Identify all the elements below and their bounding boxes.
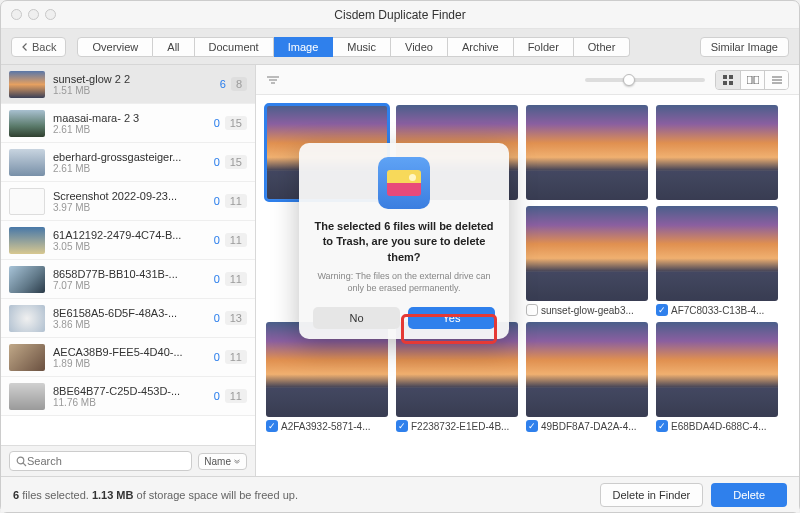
tab-archive[interactable]: Archive (448, 37, 514, 57)
thumbnail-card[interactable] (396, 105, 518, 200)
checkbox[interactable] (526, 304, 538, 316)
list-item-size: 7.07 MB (53, 280, 214, 291)
thumbnail-card[interactable]: ✓ AF7C8033-C13B-4... (656, 206, 778, 316)
thumbnail-size-slider[interactable] (585, 78, 705, 82)
list-item-counts: 0 11 (214, 350, 247, 364)
list-item-counts: 0 11 (214, 233, 247, 247)
thumbnail-card[interactable] (526, 105, 648, 200)
thumbnail-grid: sunset-glow-geab3... ✓ AF7C8033-C13B-4..… (256, 95, 799, 476)
card-image[interactable] (266, 105, 388, 200)
similar-image-button[interactable]: Similar Image (700, 37, 789, 57)
total-count: 11 (225, 389, 247, 403)
thumbnail-icon (9, 227, 45, 254)
list-item-size: 1.89 MB (53, 358, 214, 369)
main-panel: sunset-glow-geab3... ✓ AF7C8033-C13B-4..… (256, 65, 799, 476)
card-filename: 49BDF8A7-DA2A-4... (541, 421, 637, 432)
tab-video[interactable]: Video (391, 37, 448, 57)
search-input[interactable] (9, 451, 192, 471)
total-count: 11 (225, 350, 247, 364)
card-filename: F2238732-E1ED-4B... (411, 421, 509, 432)
thumbnail-card[interactable]: sunset-glow-geab3... (526, 206, 648, 316)
checkbox[interactable]: ✓ (526, 420, 538, 432)
tab-music[interactable]: Music (333, 37, 391, 57)
search-field[interactable] (27, 455, 185, 467)
card-image[interactable] (526, 206, 648, 301)
svg-rect-7 (723, 81, 727, 85)
compare-view-button[interactable] (740, 71, 764, 89)
sort-button[interactable]: Name (198, 453, 247, 470)
selected-count: 0 (214, 234, 220, 246)
list-item-name: sunset-glow 2 2 (53, 73, 220, 85)
total-count: 11 (225, 272, 247, 286)
card-image[interactable] (526, 322, 648, 417)
grid-view-button[interactable] (716, 71, 740, 89)
category-tabs: OverviewAllDocumentImageMusicVideoArchiv… (77, 37, 630, 57)
thumbnail-card[interactable]: ✓ E68BDA4D-688C-4... (656, 322, 778, 432)
list-item-size: 2.61 MB (53, 124, 214, 135)
thumbnail-icon (9, 149, 45, 176)
svg-point-0 (17, 457, 24, 464)
titlebar: Cisdem Duplicate Finder (1, 1, 799, 29)
list-item-name: 8BE64B77-C25D-453D-... (53, 385, 214, 397)
thumbnail-card[interactable]: ✓ F2238732-E1ED-4B... (396, 322, 518, 432)
list-view-button[interactable] (764, 71, 788, 89)
list-item-size: 11.76 MB (53, 397, 214, 408)
list-item[interactable]: sunset-glow 2 2 1.51 MB 6 8 (1, 65, 255, 104)
checkbox[interactable]: ✓ (656, 304, 668, 316)
thumbnail-card[interactable]: ✓ A2FA3932-5871-4... (266, 322, 388, 432)
list-item-info: 8658D77B-BB10-431B-... 7.07 MB (53, 268, 214, 291)
statusbar: 6 files selected. 1.13 MB of storage spa… (1, 476, 799, 512)
thumbnail-card[interactable] (656, 105, 778, 200)
card-image[interactable] (266, 322, 388, 417)
card-image[interactable] (656, 206, 778, 301)
thumbnail-card[interactable]: ✓ 49BDF8A7-DA2A-4... (526, 322, 648, 432)
tab-other[interactable]: Other (574, 37, 631, 57)
card-image[interactable] (526, 105, 648, 200)
card-caption: ✓ F2238732-E1ED-4B... (396, 420, 518, 432)
list-item-counts: 0 15 (214, 155, 247, 169)
list-item[interactable]: Screenshot 2022-09-23... 3.97 MB 0 11 (1, 182, 255, 221)
list-item-info: 8E6158A5-6D5F-48A3-... 3.86 MB (53, 307, 214, 330)
svg-rect-5 (723, 75, 727, 79)
filter-icon[interactable] (266, 75, 280, 85)
tab-document[interactable]: Document (195, 37, 274, 57)
thumbnail-card[interactable] (266, 105, 388, 200)
list-item-info: eberhard-grossgasteiger... 2.61 MB (53, 151, 214, 174)
card-image[interactable] (396, 105, 518, 200)
tab-all[interactable]: All (153, 37, 194, 57)
selected-count: 0 (214, 117, 220, 129)
list-item[interactable]: maasai-mara- 2 3 2.61 MB 0 15 (1, 104, 255, 143)
list-item[interactable]: eberhard-grossgasteiger... 2.61 MB 0 15 (1, 143, 255, 182)
checkbox[interactable]: ✓ (656, 420, 668, 432)
caret-down-icon (233, 459, 241, 464)
card-image[interactable] (656, 105, 778, 200)
card-caption: ✓ 49BDF8A7-DA2A-4... (526, 420, 648, 432)
card-image[interactable] (656, 322, 778, 417)
back-button[interactable]: Back (11, 37, 66, 57)
tab-overview[interactable]: Overview (77, 37, 153, 57)
slider-knob[interactable] (623, 74, 635, 86)
checkbox[interactable]: ✓ (266, 420, 278, 432)
list-item[interactable]: 8E6158A5-6D5F-48A3-... 3.86 MB 0 13 (1, 299, 255, 338)
tab-image[interactable]: Image (274, 37, 334, 57)
list-item-counts: 0 11 (214, 389, 247, 403)
list-item-name: maasai-mara- 2 3 (53, 112, 214, 124)
delete-button[interactable]: Delete (711, 483, 787, 507)
list-item[interactable]: 8658D77B-BB10-431B-... 7.07 MB 0 11 (1, 260, 255, 299)
checkbox[interactable]: ✓ (396, 420, 408, 432)
list-item[interactable]: 8BE64B77-C25D-453D-... 11.76 MB 0 11 (1, 377, 255, 416)
delete-in-finder-button[interactable]: Delete in Finder (600, 483, 704, 507)
tab-folder[interactable]: Folder (514, 37, 574, 57)
list-item[interactable]: 61A12192-2479-4C74-B... 3.05 MB 0 11 (1, 221, 255, 260)
list-item[interactable]: AECA38B9-FEE5-4D40-... 1.89 MB 0 11 (1, 338, 255, 377)
card-image[interactable] (396, 322, 518, 417)
status-text: 6 files selected. 1.13 MB of storage spa… (13, 489, 298, 501)
view-mode-segment (715, 70, 789, 90)
back-label: Back (32, 41, 56, 53)
list-item-info: sunset-glow 2 2 1.51 MB (53, 73, 220, 96)
content-area: sunset-glow 2 2 1.51 MB 6 8 maasai-mara-… (1, 65, 799, 476)
card-caption: ✓ AF7C8033-C13B-4... (656, 304, 778, 316)
list-item-name: AECA38B9-FEE5-4D40-... (53, 346, 214, 358)
card-caption: sunset-glow-geab3... (526, 304, 648, 316)
list-item-name: 61A12192-2479-4C74-B... (53, 229, 214, 241)
